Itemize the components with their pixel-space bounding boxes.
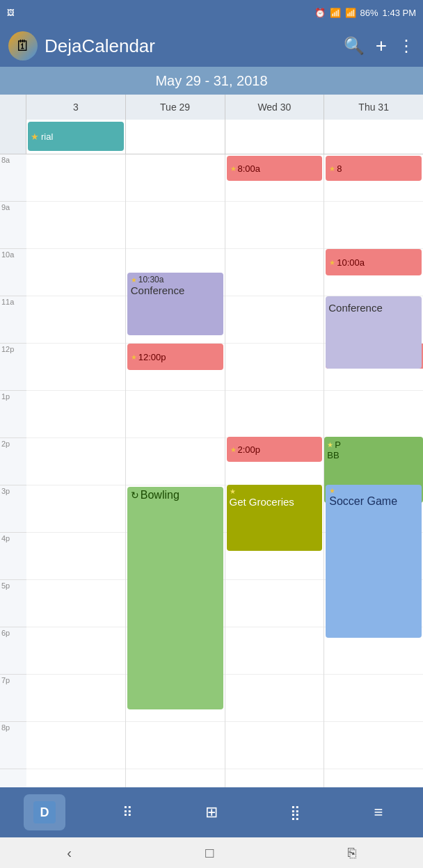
star-icon: ★ xyxy=(131,276,137,284)
allday-row: ★ rial xyxy=(0,120,423,154)
date-header: May 29 - 31, 2018 xyxy=(0,67,423,95)
slot-mon-8p xyxy=(26,722,125,769)
nav-month-view[interactable]: ⣿ xyxy=(274,794,316,830)
star-icon: ★ xyxy=(327,441,333,449)
slot-mon-4p xyxy=(26,533,125,580)
allday-mon: ★ rial xyxy=(26,120,126,154)
bottom-nav: D ⠿ ⊞ ⣿ ≡ xyxy=(0,787,423,837)
day-col-thu: ★ 8 ★ 10:00a ★ 1 Conference ★ P BB ★ xyxy=(324,154,423,787)
event-lunch-tue-label: 12:00p xyxy=(138,352,166,362)
slot-mon-2p xyxy=(26,438,125,485)
allday-tue xyxy=(126,120,225,154)
event-bowling-label: Bowling xyxy=(141,489,179,501)
col-header-thu: Thu 31 xyxy=(324,95,423,120)
android-home-button[interactable]: □ xyxy=(200,839,219,867)
time-11a: 11a xyxy=(0,296,26,344)
time-12p: 12p xyxy=(0,344,26,391)
event-groceries-label: Get Groceries xyxy=(230,495,320,509)
time-5p: 5p xyxy=(0,580,26,627)
event-10am-thu-label: 10:00a xyxy=(337,257,365,268)
allday-thu xyxy=(324,120,423,154)
slot-mon-10a xyxy=(26,249,125,296)
time-header xyxy=(0,95,26,120)
app-bar-actions: 🔍 + ⋮ xyxy=(344,35,415,57)
star-icon: ★ xyxy=(329,259,335,266)
event-rial[interactable]: ★ rial xyxy=(28,122,124,151)
battery-text: 86% xyxy=(360,8,378,18)
alarm-icon: ⏰ xyxy=(314,8,326,18)
star-icon: ★ xyxy=(329,165,335,172)
signal-icon: 📶 xyxy=(345,8,356,18)
app-bar: 🗓 DejaCalendar 🔍 + ⋮ xyxy=(0,25,423,67)
slot-mon-12p xyxy=(26,344,125,391)
nav-week-view[interactable]: ⊞ xyxy=(191,794,232,830)
star-icon: ★ xyxy=(230,446,237,453)
allday-time-label xyxy=(0,120,26,154)
star-icon: ★ xyxy=(329,487,335,495)
month-icon: ⣿ xyxy=(290,804,301,821)
list-icon: ≡ xyxy=(374,803,383,821)
nav-list-view[interactable]: ≡ xyxy=(358,794,399,830)
week-icon: ⊞ xyxy=(205,803,218,821)
day-view-icon: D xyxy=(33,801,56,823)
refresh-icon: ↻ xyxy=(131,490,139,501)
event-8am-thu-label: 8 xyxy=(337,163,342,174)
android-recents-button[interactable]: ⎘ xyxy=(342,839,362,867)
slot-mon-8a xyxy=(26,154,125,202)
event-10am-thu[interactable]: ★ 10:00a xyxy=(326,249,422,275)
nav-day-view[interactable]: D xyxy=(24,794,65,830)
slot-mon-9a xyxy=(26,202,125,249)
calendar-day-headers: 3 Tue 29 Wed 30 Thu 31 xyxy=(0,95,423,120)
event-groceries[interactable]: ★ Get Groceries xyxy=(227,485,323,551)
time-8a: 8a xyxy=(0,154,26,202)
event-2pm-wed-label: 2:00p xyxy=(238,444,261,455)
app-logo: 🗓 xyxy=(8,31,38,61)
date-range-label: May 29 - 31, 2018 xyxy=(155,73,267,89)
event-soccer-game[interactable]: ★ Soccer Game xyxy=(326,485,422,638)
event-8am-wed[interactable]: ★ 8:00a xyxy=(227,156,323,181)
time-7p: 7p xyxy=(0,675,26,722)
app-title: DejaCalendar xyxy=(45,35,337,57)
time-6p: 6p xyxy=(0,627,26,675)
event-soccer-label: Soccer Game xyxy=(329,495,418,509)
event-2pm-wed[interactable]: ★ 2:00p xyxy=(227,437,323,462)
menu-icon[interactable]: ⋮ xyxy=(398,36,415,56)
event-conference-tue[interactable]: ★ 10:30a Conference xyxy=(127,273,223,335)
android-back-button[interactable]: ‹ xyxy=(61,839,77,867)
col-header-wed: Wed 30 xyxy=(225,95,325,120)
status-bar: 🖼 ⏰ 📶 📶 86% 1:43 PM xyxy=(0,0,423,25)
day-col-mon xyxy=(26,154,126,787)
day-col-wed: ★ 8:00a ★ 2:00p ★ Get Groceries xyxy=(225,154,325,787)
event-8am-thu-partial[interactable]: ★ 8 xyxy=(326,156,422,181)
event-bowling[interactable]: ↻ Bowling xyxy=(127,487,223,709)
slot-mon-6p xyxy=(26,627,125,675)
col-header-tue: Tue 29 xyxy=(126,95,225,120)
event-time: 10:30a xyxy=(138,275,164,284)
add-icon[interactable]: + xyxy=(376,35,387,57)
slot-mon-1p xyxy=(26,391,125,438)
search-icon[interactable]: 🔍 xyxy=(344,36,365,56)
wifi-icon: 📶 xyxy=(330,8,341,18)
event-conference-thu[interactable]: Conference xyxy=(326,296,422,369)
time-display: 1:43 PM xyxy=(383,8,416,18)
time-9a: 9a xyxy=(0,202,26,249)
allday-wed xyxy=(225,120,325,154)
slot-mon-5p xyxy=(26,580,125,627)
time-4p: 4p xyxy=(0,533,26,580)
event-lunch-tue[interactable]: ★ 12:00p xyxy=(127,344,223,370)
event-conference-thu-label: Conference xyxy=(328,299,419,314)
event-conference-tue-label: Conference xyxy=(131,284,220,296)
time-1p: 1p xyxy=(0,391,26,438)
nav-multiday-view[interactable]: ⠿ xyxy=(107,794,149,830)
event-bb-label: P xyxy=(335,440,341,450)
calendar-body: 8a 9a 10a 11a 12p 1p 2p 3p 4p 5p 6p 7p 8… xyxy=(0,154,423,787)
time-10a: 10a xyxy=(0,249,26,296)
slot-mon-3p xyxy=(26,485,125,533)
day-col-tue: ★ 10:30a Conference ★ 12:00p ↻ Bowling xyxy=(126,154,225,787)
star-icon: ★ xyxy=(230,488,236,495)
col-header-mon: 3 xyxy=(26,95,126,120)
time-2p: 2p xyxy=(0,438,26,485)
time-8p: 8p xyxy=(0,722,26,769)
star-icon: ★ xyxy=(131,353,137,361)
event-bb-subtitle: BB xyxy=(327,450,420,460)
